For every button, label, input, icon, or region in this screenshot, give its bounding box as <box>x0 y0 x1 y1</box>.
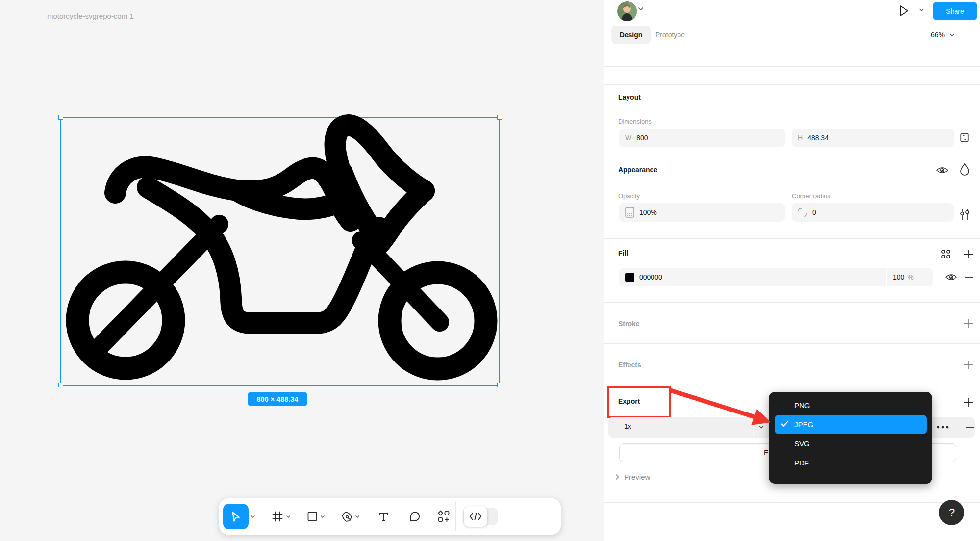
corner-radius-value: 0 <box>812 208 816 216</box>
selection-handle-bottom-left[interactable] <box>58 383 63 387</box>
comment-tool-button[interactable] <box>408 510 421 523</box>
play-icon <box>898 4 910 18</box>
divider <box>604 343 980 344</box>
corner-radius-label: Corner radius <box>792 192 830 200</box>
add-effect-icon[interactable] <box>962 359 974 371</box>
export-scale-select[interactable]: 1x <box>624 422 631 430</box>
appearance-section-title: Appearance <box>618 166 657 174</box>
export-section-title: Export <box>618 397 640 405</box>
fill-color-input[interactable]: 000000 <box>619 268 886 286</box>
fill-percent-sign: % <box>907 273 913 281</box>
divider <box>604 502 980 503</box>
tab-design[interactable]: Design <box>611 26 651 44</box>
bottom-toolbar <box>219 498 561 535</box>
pen-icon <box>341 511 353 523</box>
divider <box>604 84 980 85</box>
add-export-icon[interactable] <box>962 396 974 408</box>
fill-swatch[interactable] <box>625 273 634 282</box>
selection-handle-top-right[interactable] <box>497 115 502 120</box>
add-stroke-icon[interactable] <box>962 318 974 330</box>
preview-toggle[interactable]: Preview <box>615 473 650 481</box>
export-format-menu: PNG JPEG SVG PDF <box>769 392 932 484</box>
corner-radius-input[interactable]: 0 <box>792 203 954 222</box>
menu-item-pdf[interactable]: PDF <box>769 453 932 472</box>
frame-tool-button[interactable] <box>271 510 284 523</box>
menu-item-label: SVG <box>794 439 810 448</box>
frame-tool-chevron-icon[interactable] <box>286 515 291 518</box>
fill-opacity-input[interactable]: 100 % <box>887 268 933 286</box>
divider <box>604 385 980 385</box>
divider <box>604 238 980 239</box>
text-icon <box>377 511 390 523</box>
tab-prototype[interactable]: Prototype <box>655 26 685 44</box>
comment-icon <box>408 510 421 523</box>
opacity-checker-icon <box>625 207 634 218</box>
divider <box>604 302 980 303</box>
avatar-chevron-icon[interactable] <box>638 7 644 11</box>
stroke-section-title: Stroke <box>618 320 640 328</box>
fill-visibility-eye-icon[interactable] <box>945 272 957 283</box>
export-format-chevron-icon[interactable] <box>758 425 764 429</box>
shape-tool-chevron-icon[interactable] <box>320 515 325 518</box>
menu-item-png[interactable]: PNG <box>769 396 932 415</box>
remove-export-minus-icon[interactable] <box>964 423 975 432</box>
actions-icon <box>437 510 451 523</box>
code-icon <box>469 512 482 521</box>
opacity-value: 100% <box>639 208 657 216</box>
share-button[interactable]: Share <box>933 2 977 20</box>
constrain-proportions-icon[interactable] <box>958 131 971 144</box>
fill-section-title: Fill <box>618 249 628 257</box>
fill-opacity-value: 100 <box>893 273 904 281</box>
canvas[interactable]: motorcycle-svgrepo-com 1 800 × 488.34 <box>0 0 604 541</box>
export-settings-ellipsis-icon[interactable] <box>936 425 950 430</box>
avatar[interactable] <box>617 1 637 21</box>
pen-tool-button[interactable] <box>341 511 353 523</box>
width-prefix: W <box>625 134 631 142</box>
layout-section-title: Layout <box>618 93 641 101</box>
move-tool-chevron-icon[interactable] <box>251 515 255 518</box>
effects-section-title: Effects <box>618 361 641 369</box>
divider <box>604 158 980 158</box>
menu-item-jpeg[interactable]: JPEG <box>775 415 927 434</box>
preview-label: Preview <box>624 473 650 481</box>
blend-mode-droplet-icon[interactable] <box>959 163 970 177</box>
fill-hex-value: 000000 <box>639 273 662 281</box>
shape-tool-button[interactable] <box>306 511 318 522</box>
height-input[interactable]: H 488.34 <box>792 129 954 147</box>
menu-item-label: PDF <box>794 459 809 467</box>
move-tool-button[interactable] <box>223 504 249 529</box>
present-button[interactable] <box>898 4 910 18</box>
present-chevron-icon[interactable] <box>919 8 924 12</box>
width-input[interactable]: W 800 <box>619 129 785 147</box>
selection-handle-top-left[interactable] <box>58 115 63 120</box>
frame-name-label[interactable]: motorcycle-svgrepo-com 1 <box>47 12 134 20</box>
chevron-right-icon <box>615 474 619 480</box>
actions-tool-button[interactable] <box>437 510 451 523</box>
selection-handle-bottom-right[interactable] <box>497 383 502 387</box>
styles-grid-icon[interactable] <box>940 248 952 260</box>
menu-item-label: PNG <box>794 401 810 410</box>
frame-icon <box>271 510 284 523</box>
help-question-mark: ? <box>949 506 955 519</box>
selection-size-badge: 800 × 488.34 <box>248 392 307 406</box>
independent-corners-sliders-icon[interactable] <box>958 208 971 221</box>
motorcycle-image[interactable] <box>61 118 501 386</box>
pen-tool-chevron-icon[interactable] <box>355 515 360 518</box>
opacity-input[interactable]: 100% <box>619 203 785 222</box>
menu-item-svg[interactable]: SVG <box>769 434 932 453</box>
add-fill-icon[interactable] <box>962 248 974 260</box>
toolbar-divider <box>455 502 456 531</box>
rectangle-icon <box>306 511 318 522</box>
dev-mode-toggle[interactable] <box>463 508 498 525</box>
divider <box>604 66 980 67</box>
dev-mode-knob[interactable] <box>464 506 487 527</box>
checkmark-icon <box>780 420 789 427</box>
zoom-level-control[interactable]: 66% <box>931 26 955 44</box>
remove-fill-minus-icon[interactable] <box>963 273 974 282</box>
corner-radius-icon <box>798 207 807 217</box>
help-button[interactable]: ? <box>939 500 964 525</box>
selection-box[interactable] <box>60 117 500 386</box>
text-tool-button[interactable] <box>377 511 390 523</box>
export-row-divider <box>753 419 754 436</box>
visibility-eye-icon[interactable] <box>936 165 949 176</box>
